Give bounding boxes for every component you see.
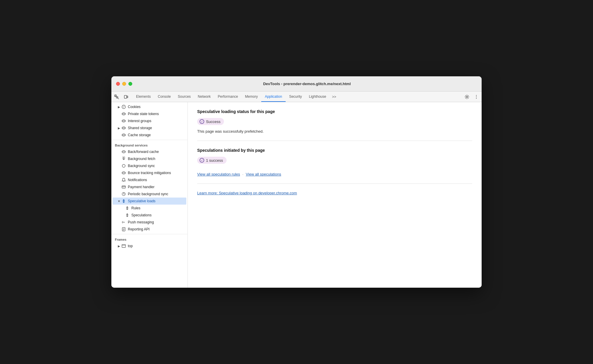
speculations-child-label: Speculations xyxy=(131,213,152,217)
bg-services-header: Background services xyxy=(111,141,187,148)
sidebar-item-cookies[interactable]: ▶ Cookies xyxy=(113,103,186,110)
svg-point-9 xyxy=(476,98,477,98)
sidebar-item-push-messaging[interactable]: Push messaging xyxy=(113,219,186,226)
sidebar-item-bounce-tracking[interactable]: Bounce tracking mitigations xyxy=(113,169,186,176)
sidebar-divider-2 xyxy=(111,234,187,234)
tab-application[interactable]: Application xyxy=(261,92,286,102)
push-messaging-icon xyxy=(121,220,126,225)
notifications-label: Notifications xyxy=(128,178,147,182)
close-button[interactable] xyxy=(116,82,120,86)
background-fetch-label: Background fetch xyxy=(128,157,155,161)
speculative-loading-status-section: Speculative loading status for this page… xyxy=(197,109,472,141)
cache-storage-icon xyxy=(121,133,126,137)
minimize-button[interactable] xyxy=(122,82,126,86)
frame-icon xyxy=(121,244,126,248)
speculative-loading-title: Speculative loading status for this page xyxy=(197,109,472,114)
background-fetch-icon xyxy=(121,156,126,161)
svg-rect-26 xyxy=(122,186,125,188)
svg-point-12 xyxy=(124,106,125,107)
toolbar: Elements Console Sources Network Perform… xyxy=(111,92,482,102)
success-count-icon: ✓ xyxy=(200,158,204,163)
tab-lighthouse[interactable]: Lighthouse xyxy=(305,92,330,102)
rules-icon xyxy=(125,206,130,210)
sidebar-item-shared-storage[interactable]: ▶ Shared storage xyxy=(113,124,186,132)
sidebar-item-periodic-bg-sync[interactable]: Periodic background sync xyxy=(113,191,186,198)
window-title: DevTools - prerender-demos.glitch.me/nex… xyxy=(137,82,477,86)
periodic-bg-sync-label: Periodic background sync xyxy=(128,192,168,196)
svg-point-6 xyxy=(466,96,468,97)
frames-header: Frames xyxy=(111,235,187,242)
tab-performance[interactable]: Performance xyxy=(214,92,242,102)
sidebar-item-background-sync[interactable]: Background sync xyxy=(113,162,186,169)
shared-storage-icon xyxy=(121,126,126,130)
sidebar-item-reporting-api[interactable]: Reporting API xyxy=(113,226,186,233)
devtools-window: DevTools - prerender-demos.glitch.me/nex… xyxy=(111,76,482,288)
rules-label: Rules xyxy=(131,206,140,210)
svg-point-7 xyxy=(476,95,477,95)
payment-handler-label: Payment handler xyxy=(128,185,155,189)
sidebar-item-private-state-tokens[interactable]: Private state tokens xyxy=(113,110,186,117)
background-sync-label: Background sync xyxy=(128,164,155,168)
top-expand-icon: ▶ xyxy=(117,244,121,248)
tab-console[interactable]: Console xyxy=(154,92,174,102)
cache-storage-label: Cache storage xyxy=(128,133,151,137)
push-messaging-label: Push messaging xyxy=(128,220,154,224)
speculations-icon xyxy=(125,213,130,218)
sidebar-item-cache-storage[interactable]: Cache storage xyxy=(113,132,186,139)
learn-more-section: Learn more: Speculative loading on devel… xyxy=(197,191,472,202)
tab-security[interactable]: Security xyxy=(286,92,305,102)
svg-point-8 xyxy=(476,96,477,97)
toolbar-tabs: Elements Console Sources Network Perform… xyxy=(133,92,339,102)
tab-elements[interactable]: Elements xyxy=(133,92,154,102)
cookies-label: Cookies xyxy=(128,105,140,109)
speculative-loads-icon xyxy=(121,199,126,203)
toolbar-right-icons xyxy=(463,93,480,101)
svg-rect-4 xyxy=(124,95,127,98)
private-state-tokens-label: Private state tokens xyxy=(128,112,159,116)
sidebar-item-speculations[interactable]: Speculations xyxy=(113,212,186,219)
svg-point-13 xyxy=(123,107,124,108)
back-forward-icon xyxy=(121,149,126,154)
maximize-button[interactable] xyxy=(128,82,132,86)
more-tabs-button[interactable]: >> xyxy=(330,92,339,102)
speculations-initiated-title: Speculations initiated by this page xyxy=(197,148,472,153)
sidebar-item-back-forward-cache[interactable]: Back/forward cache xyxy=(113,148,186,155)
shared-storage-label: Shared storage xyxy=(128,126,152,130)
more-options-icon[interactable] xyxy=(472,93,480,101)
tab-network[interactable]: Network xyxy=(194,92,214,102)
svg-point-11 xyxy=(123,106,123,107)
sidebar-item-top-frame[interactable]: ▶ top xyxy=(113,242,186,250)
speculative-loads-label: Speculative loads xyxy=(128,199,155,203)
sidebar-item-interest-groups[interactable]: Interest groups xyxy=(113,117,186,124)
settings-icon[interactable] xyxy=(463,93,471,101)
expand-icon-active: ▼ xyxy=(117,199,121,203)
background-sync-icon xyxy=(121,164,126,168)
inspect-icon[interactable] xyxy=(113,93,121,101)
sidebar-item-speculative-loads[interactable]: ▼ Speculative loads xyxy=(113,198,186,205)
sidebar-item-payment-handler[interactable]: Payment handler xyxy=(113,183,186,191)
sidebar-item-notifications[interactable]: Notifications xyxy=(113,176,186,183)
top-frame-label: top xyxy=(128,244,133,248)
traffic-lights xyxy=(116,82,132,86)
reporting-api-label: Reporting API xyxy=(128,227,150,231)
view-all-speculation-rules-link[interactable]: View all speculation rules xyxy=(197,172,240,176)
back-forward-cache-label: Back/forward cache xyxy=(128,150,159,154)
title-bar: DevTools - prerender-demos.glitch.me/nex… xyxy=(111,76,482,92)
success-count-label: 1 success xyxy=(206,158,223,163)
expand-icon: ▶ xyxy=(117,126,121,130)
bounce-tracking-icon xyxy=(121,171,126,175)
device-toolbar-icon[interactable] xyxy=(122,93,130,101)
svg-point-10 xyxy=(122,105,125,109)
link-separator: · xyxy=(242,172,244,176)
view-all-speculations-link[interactable]: View all speculations xyxy=(246,172,281,176)
success-check-icon: ✓ xyxy=(200,119,204,124)
tab-memory[interactable]: Memory xyxy=(242,92,261,102)
tab-sources[interactable]: Sources xyxy=(174,92,194,102)
interest-groups-icon xyxy=(121,119,126,123)
learn-more-link[interactable]: Learn more: Speculative loading on devel… xyxy=(197,191,472,195)
speculation-links-row: View all speculation rules · View all sp… xyxy=(197,172,472,176)
payment-handler-icon xyxy=(121,185,126,189)
sidebar-item-background-fetch[interactable]: Background fetch xyxy=(113,155,186,162)
sidebar-item-rules[interactable]: Rules xyxy=(113,205,186,212)
success-badge-label: Success xyxy=(206,119,220,124)
